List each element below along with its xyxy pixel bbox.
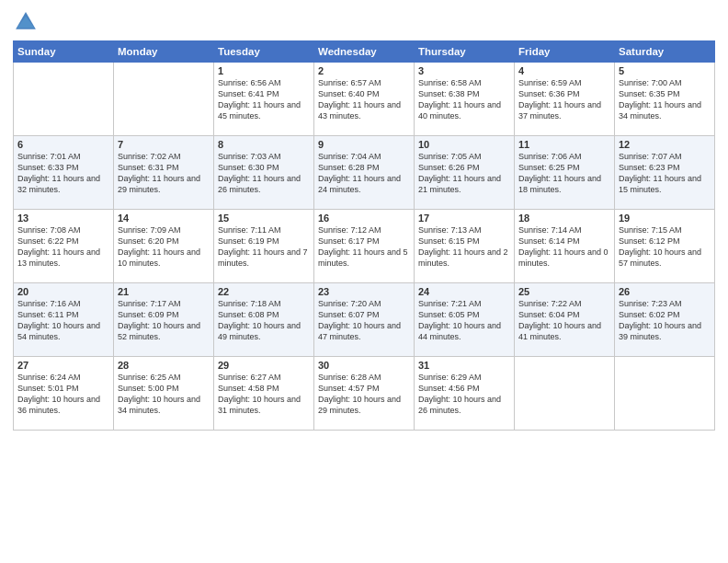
day-number: 13 (17, 213, 109, 224)
day-number: 10 (418, 139, 510, 150)
day-info: Sunrise: 6:29 AM Sunset: 4:56 PM Dayligh… (418, 372, 510, 417)
calendar-cell: 7Sunrise: 7:02 AM Sunset: 6:31 PM Daylig… (114, 136, 214, 210)
day-number: 19 (619, 213, 711, 224)
day-info: Sunrise: 7:21 AM Sunset: 6:05 PM Dayligh… (418, 298, 510, 343)
day-number: 21 (118, 286, 210, 297)
calendar-cell: 11Sunrise: 7:06 AM Sunset: 6:25 PM Dayli… (515, 136, 615, 210)
calendar-cell (515, 357, 615, 431)
day-info: Sunrise: 6:28 AM Sunset: 4:57 PM Dayligh… (318, 372, 410, 417)
day-number: 24 (418, 286, 510, 297)
day-info: Sunrise: 7:13 AM Sunset: 6:15 PM Dayligh… (418, 224, 510, 270)
day-info: Sunrise: 7:01 AM Sunset: 6:33 PM Dayligh… (17, 151, 109, 196)
day-info: Sunrise: 7:17 AM Sunset: 6:09 PM Dayligh… (118, 298, 210, 343)
day-number: 12 (619, 139, 711, 150)
day-number: 25 (518, 286, 610, 297)
calendar-cell: 19Sunrise: 7:15 AM Sunset: 6:12 PM Dayli… (615, 210, 715, 283)
calendar-cell: 20Sunrise: 7:16 AM Sunset: 6:11 PM Dayli… (14, 283, 114, 357)
day-info: Sunrise: 6:58 AM Sunset: 6:38 PM Dayligh… (418, 77, 510, 122)
day-number: 7 (118, 139, 210, 150)
day-info: Sunrise: 6:27 AM Sunset: 4:58 PM Dayligh… (218, 372, 310, 417)
calendar-cell: 16Sunrise: 7:12 AM Sunset: 6:17 PM Dayli… (314, 210, 415, 283)
day-number: 9 (318, 139, 410, 150)
svg-marker-1 (17, 17, 35, 28)
day-info: Sunrise: 6:56 AM Sunset: 6:41 PM Dayligh… (218, 77, 310, 122)
calendar-cell: 28Sunrise: 6:25 AM Sunset: 5:00 PM Dayli… (114, 357, 214, 431)
day-number: 22 (218, 286, 310, 297)
calendar-cell: 4Sunrise: 6:59 AM Sunset: 6:36 PM Daylig… (515, 63, 615, 136)
calendar-cell: 14Sunrise: 7:09 AM Sunset: 6:20 PM Dayli… (114, 210, 214, 283)
day-number: 5 (619, 65, 711, 76)
page: SundayMondayTuesdayWednesdayThursdayFrid… (0, 0, 728, 563)
calendar-cell: 9Sunrise: 7:04 AM Sunset: 6:28 PM Daylig… (314, 136, 415, 210)
weekday-header: Thursday (415, 41, 515, 63)
calendar-week-row: 20Sunrise: 7:16 AM Sunset: 6:11 PM Dayli… (14, 283, 715, 357)
day-number: 28 (118, 360, 210, 371)
calendar-cell: 2Sunrise: 6:57 AM Sunset: 6:40 PM Daylig… (314, 63, 415, 136)
day-info: Sunrise: 7:08 AM Sunset: 6:22 PM Dayligh… (17, 224, 109, 270)
day-info: Sunrise: 7:18 AM Sunset: 6:08 PM Dayligh… (218, 298, 310, 343)
day-info: Sunrise: 7:23 AM Sunset: 6:02 PM Dayligh… (619, 298, 711, 343)
calendar-week-row: 6Sunrise: 7:01 AM Sunset: 6:33 PM Daylig… (14, 136, 715, 210)
day-info: Sunrise: 6:57 AM Sunset: 6:40 PM Dayligh… (318, 77, 410, 122)
calendar-cell: 8Sunrise: 7:03 AM Sunset: 6:30 PM Daylig… (214, 136, 314, 210)
calendar-cell (14, 63, 114, 136)
day-number: 6 (17, 139, 109, 150)
calendar-cell: 6Sunrise: 7:01 AM Sunset: 6:33 PM Daylig… (14, 136, 114, 210)
day-info: Sunrise: 6:25 AM Sunset: 5:00 PM Dayligh… (118, 372, 210, 417)
weekday-header: Saturday (615, 41, 715, 63)
logo (13, 9, 42, 35)
calendar-cell: 23Sunrise: 7:20 AM Sunset: 6:07 PM Dayli… (314, 283, 415, 357)
day-info: Sunrise: 7:02 AM Sunset: 6:31 PM Dayligh… (118, 151, 210, 196)
calendar-cell: 25Sunrise: 7:22 AM Sunset: 6:04 PM Dayli… (515, 283, 615, 357)
day-info: Sunrise: 6:24 AM Sunset: 5:01 PM Dayligh… (17, 372, 109, 417)
day-info: Sunrise: 7:20 AM Sunset: 6:07 PM Dayligh… (318, 298, 410, 343)
calendar-cell: 18Sunrise: 7:14 AM Sunset: 6:14 PM Dayli… (515, 210, 615, 283)
calendar-week-row: 27Sunrise: 6:24 AM Sunset: 5:01 PM Dayli… (14, 357, 715, 431)
day-info: Sunrise: 7:06 AM Sunset: 6:25 PM Dayligh… (518, 151, 610, 196)
day-number: 8 (218, 139, 310, 150)
day-number: 30 (318, 360, 410, 371)
day-number: 15 (218, 213, 310, 224)
day-number: 23 (318, 286, 410, 297)
calendar-cell: 21Sunrise: 7:17 AM Sunset: 6:09 PM Dayli… (114, 283, 214, 357)
day-number: 11 (518, 139, 610, 150)
day-number: 27 (17, 360, 109, 371)
calendar-cell (114, 63, 214, 136)
day-number: 18 (518, 213, 610, 224)
header-row: SundayMondayTuesdayWednesdayThursdayFrid… (14, 41, 715, 63)
calendar-cell: 13Sunrise: 7:08 AM Sunset: 6:22 PM Dayli… (14, 210, 114, 283)
weekday-header: Tuesday (214, 41, 314, 63)
calendar-cell: 29Sunrise: 6:27 AM Sunset: 4:58 PM Dayli… (214, 357, 314, 431)
day-number: 29 (218, 360, 310, 371)
calendar-cell: 24Sunrise: 7:21 AM Sunset: 6:05 PM Dayli… (415, 283, 515, 357)
calendar-cell: 17Sunrise: 7:13 AM Sunset: 6:15 PM Dayli… (415, 210, 515, 283)
day-info: Sunrise: 7:09 AM Sunset: 6:20 PM Dayligh… (118, 224, 210, 270)
day-info: Sunrise: 7:16 AM Sunset: 6:11 PM Dayligh… (17, 298, 109, 343)
calendar-cell: 5Sunrise: 7:00 AM Sunset: 6:35 PM Daylig… (615, 63, 715, 136)
calendar-cell: 27Sunrise: 6:24 AM Sunset: 5:01 PM Dayli… (14, 357, 114, 431)
calendar-cell: 31Sunrise: 6:29 AM Sunset: 4:56 PM Dayli… (415, 357, 515, 431)
calendar-cell: 1Sunrise: 6:56 AM Sunset: 6:41 PM Daylig… (214, 63, 314, 136)
calendar-cell: 3Sunrise: 6:58 AM Sunset: 6:38 PM Daylig… (415, 63, 515, 136)
day-number: 26 (619, 286, 711, 297)
calendar-cell: 22Sunrise: 7:18 AM Sunset: 6:08 PM Dayli… (214, 283, 314, 357)
day-info: Sunrise: 7:12 AM Sunset: 6:17 PM Dayligh… (318, 224, 410, 270)
day-info: Sunrise: 7:03 AM Sunset: 6:30 PM Dayligh… (218, 151, 310, 196)
day-number: 2 (318, 65, 410, 76)
weekday-header: Wednesday (314, 41, 415, 63)
weekday-header: Sunday (14, 41, 114, 63)
day-number: 14 (118, 213, 210, 224)
day-info: Sunrise: 7:05 AM Sunset: 6:26 PM Dayligh… (418, 151, 510, 196)
header (13, 9, 715, 35)
weekday-header: Monday (114, 41, 214, 63)
calendar-body: 1Sunrise: 6:56 AM Sunset: 6:41 PM Daylig… (14, 63, 715, 431)
calendar-table: SundayMondayTuesdayWednesdayThursdayFrid… (13, 40, 715, 431)
calendar-cell (615, 357, 715, 431)
day-info: Sunrise: 7:14 AM Sunset: 6:14 PM Dayligh… (518, 224, 610, 270)
day-info: Sunrise: 7:11 AM Sunset: 6:19 PM Dayligh… (218, 224, 310, 270)
calendar-week-row: 13Sunrise: 7:08 AM Sunset: 6:22 PM Dayli… (14, 210, 715, 283)
day-info: Sunrise: 7:00 AM Sunset: 6:35 PM Dayligh… (619, 77, 711, 122)
calendar-cell: 30Sunrise: 6:28 AM Sunset: 4:57 PM Dayli… (314, 357, 415, 431)
calendar-cell: 26Sunrise: 7:23 AM Sunset: 6:02 PM Dayli… (615, 283, 715, 357)
day-info: Sunrise: 6:59 AM Sunset: 6:36 PM Dayligh… (518, 77, 610, 122)
